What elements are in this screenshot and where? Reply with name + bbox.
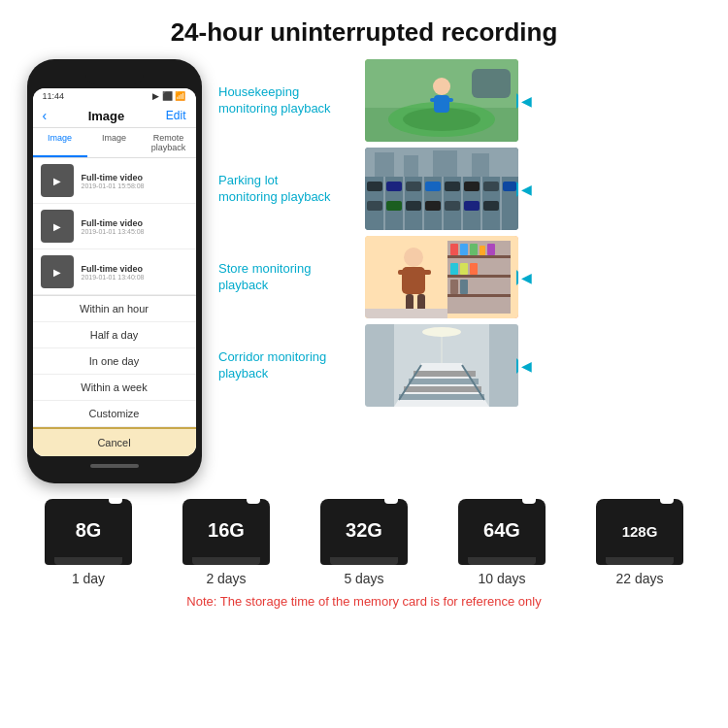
monitor-img-store: [365, 236, 518, 318]
storage-card-16g: 16G 2 days: [182, 499, 270, 586]
video-item-1: Full-time video 2019-01-01 15:58:08: [33, 158, 196, 204]
video-item-3: Full-time video 2019-01-01 13:40:08: [33, 249, 196, 295]
svg-rect-52: [460, 280, 468, 294]
monitor-row-3: Store monitoringplayback: [218, 236, 709, 318]
svg-rect-61: [365, 324, 394, 407]
sd-notch-4: [522, 498, 536, 504]
video-date-1: 2019-01-01 15:58:08: [82, 182, 145, 189]
svg-rect-41: [447, 275, 511, 278]
page-title: 24-hour uninterrupted recording: [0, 0, 728, 59]
monitor-label-4: Corridor monitoringplayback: [218, 349, 359, 382]
svg-rect-19: [386, 182, 402, 191]
sd-size-32g: 32G: [346, 519, 382, 542]
svg-rect-62: [489, 324, 518, 407]
svg-rect-44: [460, 244, 468, 255]
dropdown-item-2[interactable]: Half a day: [33, 322, 196, 348]
phone-video-list: Full-time video 2019-01-01 15:58:08 Full…: [33, 158, 196, 295]
video-title-2: Full-time video: [82, 218, 145, 228]
sd-size-64g: 64G: [483, 519, 520, 542]
video-info-3: Full-time video 2019-01-01 13:40:08: [82, 264, 145, 281]
image-wrapper-1: [365, 59, 518, 142]
svg-rect-7: [444, 98, 453, 102]
monitor-row-2: Parking lotmonitoring playback: [218, 148, 709, 230]
video-info-1: Full-time video 2019-01-01 15:58:08: [82, 173, 145, 189]
video-title-1: Full-time video: [82, 173, 145, 182]
dropdown-item-1[interactable]: Within an hour: [33, 296, 196, 322]
phone-screen: 11:44 ▶ ⬛ 📶 ‹ Image Edit Image Image Rem…: [33, 88, 196, 456]
svg-rect-25: [503, 182, 516, 191]
tab-image[interactable]: Image: [33, 128, 87, 157]
phone-home-indicator: [90, 464, 139, 468]
video-info-2: Full-time video 2019-01-01 13:45:08: [82, 218, 145, 235]
svg-rect-8: [472, 69, 511, 98]
monitor-img-parking: [365, 148, 518, 230]
sd-size-128g: 128G: [622, 523, 658, 540]
phone-icons: ▶ ⬛ 📶: [152, 91, 185, 101]
video-thumb-3: [41, 255, 74, 288]
monitor-label-3: Store monitoringplayback: [218, 261, 359, 294]
monitor-label-2: Parking lotmonitoring playback: [218, 173, 359, 206]
svg-rect-47: [487, 244, 495, 255]
svg-rect-29: [425, 201, 441, 211]
dropdown-item-3[interactable]: In one day: [33, 348, 196, 375]
phone-tabs: Image Image Remote playback: [33, 128, 196, 158]
storage-card-8g: 8G 1 day: [45, 499, 132, 586]
monitor-img-housekeeping: [365, 59, 518, 142]
svg-rect-45: [470, 244, 478, 255]
dropdown-cancel[interactable]: Cancel: [33, 427, 196, 456]
dropdown-item-4[interactable]: Within a week: [33, 375, 196, 401]
svg-rect-35: [404, 155, 418, 177]
svg-rect-27: [386, 201, 402, 211]
svg-rect-24: [483, 182, 499, 191]
svg-rect-37: [472, 153, 489, 177]
storage-card-64g: 64G 10 days: [458, 499, 546, 586]
video-item-2: Full-time video 2019-01-01 13:45:08: [33, 204, 196, 249]
svg-rect-20: [406, 182, 421, 191]
sd-card-64g: 64G: [458, 499, 546, 565]
svg-point-70: [422, 327, 461, 337]
sd-size-8g: 8G: [76, 519, 102, 542]
svg-rect-55: [398, 270, 408, 275]
phone-nav: ‹ Image Edit: [33, 104, 196, 128]
svg-rect-48: [450, 263, 458, 275]
tab-remote[interactable]: Remote playback: [142, 128, 196, 157]
image-wrapper-3: [365, 236, 518, 318]
sd-notch-5: [660, 498, 674, 504]
svg-rect-42: [447, 294, 511, 297]
svg-rect-6: [430, 98, 440, 102]
sd-card-128g: 128G: [596, 499, 683, 565]
sd-card-32g: 32G: [320, 499, 408, 565]
svg-rect-26: [367, 201, 382, 211]
sd-notch-2: [247, 498, 260, 504]
svg-rect-59: [365, 309, 447, 318]
svg-rect-18: [367, 182, 382, 191]
image-wrapper-2: [365, 148, 518, 230]
back-arrow[interactable]: ‹: [43, 108, 48, 123]
phone-time: 11:44: [43, 91, 65, 101]
storage-card-32g: 32G 5 days: [320, 499, 408, 586]
sd-notch-3: [384, 498, 398, 504]
storage-days-8g: 1 day: [72, 571, 105, 586]
svg-rect-23: [464, 182, 480, 191]
sd-card-16g: 16G: [182, 499, 270, 565]
storage-note: Note: The storage time of the memory car…: [19, 594, 709, 609]
tab-image2[interactable]: Image: [87, 128, 142, 157]
video-thumb-2: [41, 210, 74, 243]
phone-status-bar: 11:44 ▶ ⬛ 📶: [33, 88, 196, 104]
svg-rect-22: [445, 182, 460, 191]
sd-size-16g: 16G: [208, 519, 245, 542]
svg-rect-66: [409, 379, 479, 384]
video-date-3: 2019-01-01 13:40:08: [82, 274, 145, 281]
monitor-row-1: Housekeepingmonitoring playback: [218, 59, 709, 142]
phone-edit-button[interactable]: Edit: [166, 109, 186, 122]
storage-days-32g: 5 days: [344, 571, 383, 586]
svg-rect-5: [434, 95, 449, 113]
svg-rect-34: [375, 152, 394, 177]
phone-dropdown: Within an hour Half a day In one day Wit…: [33, 295, 196, 456]
svg-rect-49: [460, 263, 468, 275]
dropdown-item-5[interactable]: Customize: [33, 401, 196, 427]
monitor-row-4: Corridor monitoringplayback: [218, 324, 709, 407]
svg-rect-21: [425, 182, 441, 191]
phone-body: 11:44 ▶ ⬛ 📶 ‹ Image Edit Image Image Rem…: [27, 59, 202, 483]
phone-screen-title: Image: [88, 109, 125, 123]
